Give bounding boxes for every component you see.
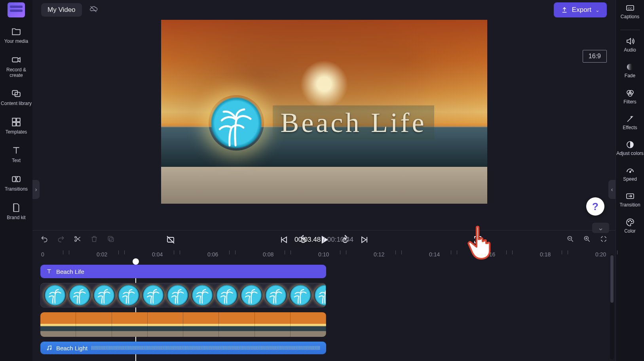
ruler-tick-label: 0:18 bbox=[540, 251, 551, 258]
panel-effects[interactable]: Effects bbox=[616, 113, 644, 130]
svg-point-10 bbox=[627, 64, 633, 70]
panel-audio[interactable]: Audio bbox=[616, 36, 644, 53]
timecode-current: 00:03.48 bbox=[294, 236, 321, 243]
timeline-panel: 00:03.48/00:10.44 00:020:040:060:080:100… bbox=[32, 230, 616, 361]
export-button[interactable]: Export ⌄ bbox=[554, 2, 607, 17]
ruler-tick-line bbox=[457, 250, 457, 254]
nav-your-media[interactable]: Your media bbox=[0, 25, 32, 44]
svg-rect-5 bbox=[12, 122, 16, 126]
panel-label: Transition bbox=[619, 202, 640, 208]
panel-color[interactable]: Color bbox=[616, 217, 644, 234]
ruler-tick-line bbox=[118, 250, 119, 254]
overlay-thumb bbox=[44, 285, 66, 306]
nav-transitions[interactable]: Transitions bbox=[0, 173, 32, 192]
nav-text[interactable]: Text bbox=[0, 145, 32, 164]
ruler-tick-line bbox=[506, 250, 507, 254]
music-icon bbox=[46, 345, 52, 351]
overlay-thumb bbox=[118, 285, 140, 306]
app-logo bbox=[8, 2, 25, 17]
undo-button[interactable] bbox=[40, 235, 48, 244]
ruler-tick-line bbox=[512, 250, 513, 254]
ruler-tick-label: 0 bbox=[41, 251, 44, 258]
effects-icon bbox=[616, 113, 644, 124]
video-track-clip[interactable] bbox=[40, 312, 326, 337]
nav-brand-kit[interactable]: Brand kit bbox=[0, 202, 32, 221]
svg-point-19 bbox=[631, 221, 632, 222]
camera-icon bbox=[0, 54, 32, 66]
nav-label: Text bbox=[12, 158, 21, 163]
panel-speed[interactable]: Speed bbox=[616, 165, 644, 182]
question-icon: ? bbox=[592, 201, 598, 213]
nav-templates[interactable]: Templates bbox=[0, 116, 32, 135]
zoom-fit-button[interactable] bbox=[600, 235, 608, 244]
redo-button[interactable] bbox=[57, 235, 65, 244]
overlay-thumb bbox=[289, 285, 312, 306]
nav-record-create[interactable]: Record & create bbox=[0, 54, 32, 78]
text-clip-label: Beach Life bbox=[56, 268, 84, 275]
ruler-tick-label: 0:12 bbox=[374, 251, 384, 258]
logo-sun bbox=[209, 95, 264, 151]
project-title[interactable]: My Video bbox=[41, 3, 82, 17]
panel-adjust-colors[interactable]: Adjust colors bbox=[616, 139, 644, 156]
zoom-in-button[interactable] bbox=[583, 235, 591, 244]
export-label: Export bbox=[572, 6, 591, 14]
ruler-tick-line bbox=[617, 250, 617, 254]
speed-icon bbox=[616, 165, 644, 176]
panel-label: Effects bbox=[623, 125, 637, 130]
transitions-icon bbox=[0, 173, 32, 185]
panel-label: Filters bbox=[623, 99, 636, 105]
overlay-thumb bbox=[142, 285, 164, 306]
panel-filters[interactable]: Filters bbox=[616, 88, 644, 105]
aspect-ratio-button[interactable]: 16:9 bbox=[583, 50, 607, 63]
video-thumb bbox=[112, 312, 148, 337]
panel-transition[interactable]: Transition bbox=[616, 191, 644, 208]
overlay-track-clip[interactable] bbox=[40, 283, 326, 308]
cloud-sync-off-icon[interactable] bbox=[89, 5, 98, 15]
video-thumb bbox=[76, 312, 112, 337]
ruler-tick-line bbox=[451, 250, 451, 254]
ruler-tick-line bbox=[180, 250, 180, 254]
cursor-hand-icon bbox=[466, 225, 495, 260]
video-thumb bbox=[291, 312, 326, 337]
duplicate-button[interactable] bbox=[107, 235, 115, 244]
ruler-tick-line bbox=[69, 250, 69, 254]
text-icon bbox=[0, 145, 32, 157]
split-button[interactable] bbox=[74, 235, 82, 244]
ruler-tick-label: 0:08 bbox=[263, 251, 274, 258]
nav-content-library[interactable]: Content library bbox=[0, 88, 32, 107]
help-button[interactable]: ? bbox=[586, 197, 604, 216]
right-sidebar: CC Captions Audio Fade Filters Effects A… bbox=[616, 0, 644, 361]
delete-button[interactable] bbox=[90, 235, 98, 244]
zoom-out-button[interactable] bbox=[566, 235, 574, 244]
ruler-tick-label: 0:20 bbox=[595, 251, 606, 258]
text-icon bbox=[46, 268, 52, 275]
ruler-tick-label: 0:04 bbox=[152, 251, 163, 258]
panel-fade[interactable]: Fade bbox=[616, 61, 644, 78]
overlay-thumb bbox=[240, 285, 262, 306]
project-title-text: My Video bbox=[47, 6, 76, 13]
timecode-display: 00:03.48/00:10.44 bbox=[294, 236, 353, 244]
ruler-tick-line bbox=[235, 250, 236, 254]
panel-captions[interactable]: CC Captions bbox=[616, 2, 644, 19]
palm-icon bbox=[216, 108, 255, 147]
svg-point-15 bbox=[629, 172, 631, 173]
audio-clip-label: Beach Light bbox=[56, 345, 87, 351]
left-sidebar: Your media Record & create Content libra… bbox=[0, 0, 32, 361]
timeline-ruler[interactable]: 00:020:040:060:080:100:120:140:160:180:2… bbox=[32, 249, 616, 261]
speaker-icon bbox=[616, 36, 644, 47]
top-bar: My Video Export ⌄ bbox=[32, 0, 616, 20]
aspect-ratio-label: 16:9 bbox=[589, 53, 601, 59]
svg-rect-24 bbox=[108, 236, 112, 240]
video-canvas[interactable]: Beach Life bbox=[161, 20, 487, 204]
ruler-tick-line bbox=[562, 250, 562, 254]
nav-label: Record & create bbox=[6, 67, 26, 78]
overlay-thumb bbox=[314, 285, 326, 306]
audio-track-clip[interactable]: Beach Light bbox=[40, 342, 326, 354]
overlay-thumb bbox=[265, 285, 287, 306]
text-track-clip[interactable]: Beach Life bbox=[40, 265, 326, 278]
video-thumb bbox=[40, 312, 76, 337]
ruler-tick-label: 0:06 bbox=[207, 251, 218, 258]
preview-sand bbox=[161, 167, 487, 204]
timeline-scrollbar[interactable] bbox=[610, 254, 614, 359]
ruler-tick-label: 0:14 bbox=[429, 251, 440, 258]
